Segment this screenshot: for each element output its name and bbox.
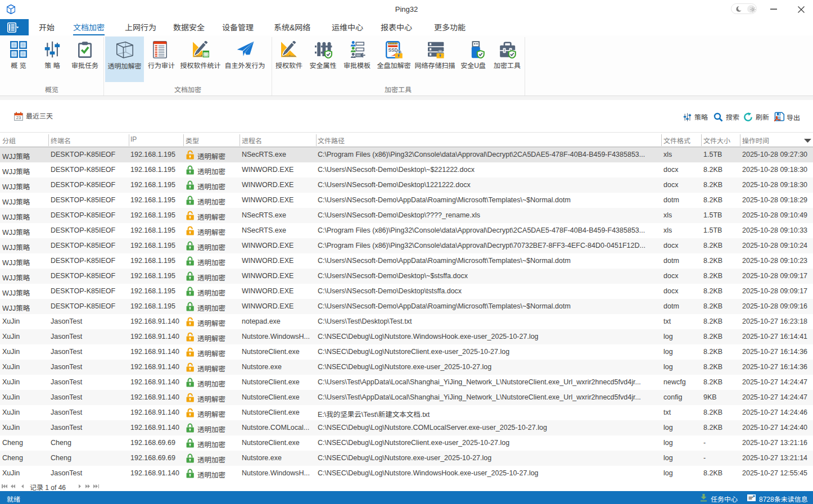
svg-text:23: 23 (16, 115, 21, 120)
